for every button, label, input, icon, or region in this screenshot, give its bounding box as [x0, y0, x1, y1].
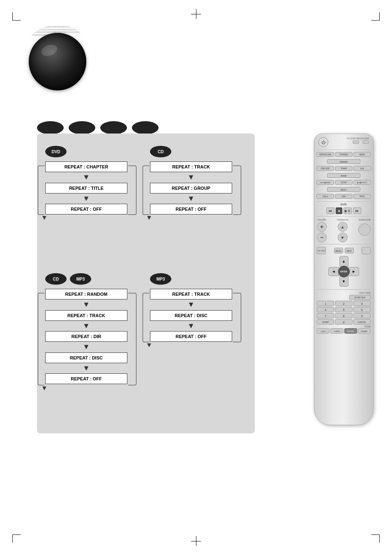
cd-pl-mode-btn[interactable]: CD PL▮MODE	[316, 180, 334, 185]
pl-effect-btn[interactable]: ▮PL▮EFFECT	[353, 180, 371, 185]
mp3-arrow-1: ▼	[150, 300, 232, 309]
one-skip-btn[interactable]: ONE SKIP	[316, 166, 334, 171]
prev-btn[interactable]: ⏮	[326, 207, 334, 214]
side-nav-row: RETURN MENU INFO	[317, 247, 371, 254]
repeat-btn[interactable]: REPEAT	[344, 328, 357, 334]
cd-flow: ▼ REPEAT : TRACK ▼ REPEAT : GROUP ▼ REPE…	[150, 161, 232, 214]
enter-btn[interactable]: ENTER	[338, 266, 350, 277]
zoom-label: ZOOM	[317, 325, 371, 328]
cd2-box-2: REPEAT : TRACK	[45, 310, 127, 321]
dimmer-btn[interactable]: DIMMER	[327, 159, 360, 164]
vol-minus-btn[interactable]: −	[317, 233, 327, 242]
row-dimmer: DIMMER	[314, 158, 373, 165]
tuner2-btn[interactable]: TUNER	[330, 328, 343, 334]
mode-btn[interactable]: MODE	[353, 152, 371, 157]
next-btn[interactable]: ⏭	[353, 207, 361, 214]
cd2-label-text: CD	[53, 277, 59, 281]
cd2-label-oval: CD	[45, 273, 67, 285]
cd2-arrow-2: ▼	[45, 322, 127, 331]
stop-btn[interactable]: ■	[336, 207, 342, 214]
mp3-right-bracket	[233, 293, 241, 342]
cd2-label-row: CD MP3	[45, 273, 127, 285]
num-8-btn[interactable]: 8	[335, 313, 352, 318]
row-open-tv-mode: OPEN/CLOSE TV/VIDEO MODE	[314, 151, 373, 158]
lsm-minus-btn[interactable]: LSM◄	[316, 194, 334, 199]
num-5-btn[interactable]: 5	[335, 307, 352, 312]
most-btn[interactable]: MOST	[327, 187, 360, 192]
lens-highlight	[40, 43, 59, 58]
logo-btn[interactable]: LOGO	[317, 328, 330, 334]
cd-label-text: CD	[158, 150, 164, 154]
vol-plus-btn[interactable]: +	[317, 222, 327, 232]
band-btn[interactable]: BAND	[327, 173, 360, 178]
dvd-box-1: REPEAT : CHAPTER	[45, 161, 127, 172]
tuning-up-btn[interactable]: ▲	[338, 222, 348, 232]
num-6-btn[interactable]: 6	[353, 307, 371, 312]
open-close-btn[interactable]: OPEN/CLOSE	[316, 152, 334, 157]
power-button[interactable]: ⏻	[318, 137, 328, 147]
rxss-btn[interactable]: RXSS	[353, 194, 371, 199]
mp3-left-bracket	[143, 293, 149, 342]
row-band: BAND	[314, 172, 373, 179]
mp3-flow: ▼ REPEAT : TRACK ▼ REPEAT : DISC ▼ REPEA…	[150, 289, 232, 342]
num-1-btn[interactable]: 1	[317, 301, 334, 306]
num-2-btn[interactable]: 2	[335, 301, 352, 306]
num-3-btn[interactable]: 3	[353, 301, 371, 306]
dvd-btn[interactable]	[362, 140, 369, 144]
bottom-btn-row: LOGO TUNER REPEAT REMAIN	[317, 328, 371, 334]
corner-mark-br	[371, 534, 380, 543]
info-btn[interactable]: INFO	[345, 248, 354, 253]
crosshair-bottom	[191, 536, 201, 546]
slow-btn[interactable]: SLOW	[335, 180, 353, 185]
remain-btn[interactable]: REMAIN	[358, 328, 371, 334]
divider-2	[318, 201, 370, 202]
mp3-box-2: REPEAT : DISC	[150, 310, 232, 321]
mp3-section: MP3 ▼ REPEAT : TRACK ▼ REPEAT : DISC ▼ R…	[150, 273, 232, 342]
row-cd-slow-pl: CD PL▮MODE SLOW ▮PL▮EFFECT	[314, 179, 373, 186]
dvd-box-3: REPEAT : OFF	[45, 204, 127, 214]
play-pause-btn[interactable]: ▶⏸	[344, 207, 352, 214]
cd2-left-bracket	[38, 293, 44, 385]
mp3-label-text: MP3	[76, 277, 85, 281]
tuning-down-btn[interactable]: ▼	[338, 233, 348, 242]
dpad-left-btn[interactable]: ◄	[328, 267, 339, 276]
dpad-up-btn[interactable]: ▲	[339, 256, 348, 267]
diagram-area: DVD ▼ REPEAT : CHAPTER ▼ REPEAT : TITLE …	[37, 134, 255, 433]
tv-btn[interactable]	[353, 140, 359, 144]
lsm-plus-btn[interactable]: LSM+	[335, 194, 353, 199]
menu-btn[interactable]: MENU	[334, 248, 343, 253]
aux-btn[interactable]: AUX	[353, 166, 371, 171]
dpad: ▲ ▼ ◄ ► ENTER	[328, 256, 359, 287]
super-sub-btn[interactable]	[358, 223, 371, 236]
oval-3	[100, 121, 127, 134]
sleep-0-cancel-row: SLEEP 0 CANCEL	[317, 319, 371, 325]
sound-idle-btn[interactable]: SOUND IDLE	[349, 295, 371, 300]
num-9-btn[interactable]: 9	[353, 313, 371, 318]
mp3-box-1: REPEAT : TRACK	[150, 289, 232, 299]
nav-section: RETURN MENU INFO ▲ ▼ ◄ ► ENTER	[314, 245, 373, 288]
cd-section: CD ▼ REPEAT : TRACK ▼ REPEAT : GROUP ▼ R…	[150, 146, 232, 214]
vol-label: VOLUME	[317, 219, 326, 221]
divider-3	[318, 216, 370, 216]
tuner-btn[interactable]: TUNER	[335, 166, 353, 171]
cancel-btn[interactable]: CANCEL	[353, 319, 371, 325]
dpad-right-btn[interactable]: ►	[348, 267, 359, 276]
mp3-arrow-2: ▼	[150, 322, 232, 331]
num-7-btn[interactable]: 7	[317, 313, 334, 318]
tv-dvd-labels: TV DVD RECEIVER	[347, 137, 369, 144]
dvd-right-bracket	[128, 166, 136, 215]
num-0-btn[interactable]: 0	[335, 319, 352, 325]
sleep-btn[interactable]: SLEEP	[317, 319, 334, 325]
sound-idle-row: SOUND IDLE	[317, 295, 371, 300]
cd2-return-arrow: ▼	[41, 385, 48, 392]
tv-dvd-label-text: TV DVD RECEIVER	[347, 137, 369, 140]
dvd-box-2: REPEAT : TITLE	[45, 183, 127, 193]
num-4-btn[interactable]: 4	[317, 307, 334, 312]
right-side-btn[interactable]	[362, 247, 371, 254]
cd2-box-5: REPEAT : OFF	[45, 373, 127, 384]
dvd-left-bracket	[38, 166, 44, 215]
tv-video-btn[interactable]: TV/VIDEO	[335, 152, 353, 157]
numpad-section: TEST TONE SOUND IDLE 1 2 3 4 5 6 7 8 9 S…	[314, 290, 373, 335]
dpad-down-btn[interactable]: ▼	[339, 276, 348, 287]
return-btn[interactable]: RETURN	[317, 247, 326, 254]
